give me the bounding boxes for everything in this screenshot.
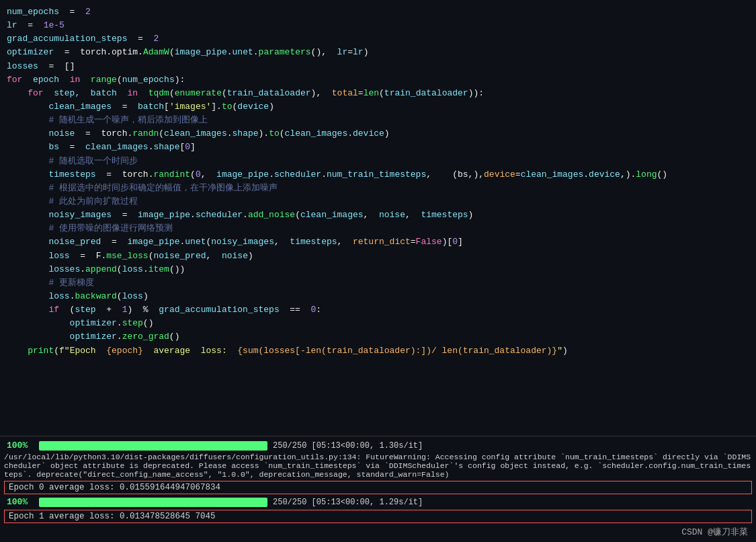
output-area: 100% 250/250 [05:13<00:00, 1.30s/it] /us… — [0, 436, 756, 542]
warning-line: /usr/local/lib/python3.10/dist-packages/… — [0, 452, 756, 479]
code-line: for step, batch in tqdm(enumerate(train_… — [7, 87, 749, 100]
code-line: # 随机选取一个时间步 — [7, 155, 749, 168]
progress-bar-1 — [39, 441, 267, 451]
code-line: losses.append(loss.item()) — [7, 263, 749, 276]
code-line: noise_pred = image_pipe.unet(noisy_image… — [7, 235, 749, 249]
code-line: for epoch in range(num_epochs): — [7, 73, 749, 87]
code-line: optimizer.step() — [7, 317, 749, 330]
code-editor: num_epochs = 2lr = 1e-5grad_accumulation… — [0, 0, 756, 436]
code-line: optimizer = torch.optim.AdamW(image_pipe… — [7, 46, 749, 59]
progress-bar-fill-2 — [39, 498, 267, 507]
code-line: # 更新梯度 — [7, 276, 749, 290]
code-line: loss.backward(loss) — [7, 290, 749, 303]
code-line: lr = 1e-5 — [7, 19, 749, 32]
code-line: # 根据选中的时间步和确定的幅值，在干净图像上添加噪声 — [7, 182, 749, 195]
watermark: CSDN @镰刀非菜 — [681, 526, 748, 538]
code-line: noise = torch.randn(clean_images.shape).… — [7, 127, 749, 141]
epoch0-result: Epoch 0 average loss: 0.0155916449470678… — [4, 481, 752, 494]
progress-pct-1: 100% — [7, 440, 34, 451]
epoch1-result: Epoch 1 average loss: 0.013478528645 704… — [4, 510, 752, 523]
code-line: optimizer.zero_grad() — [7, 330, 749, 344]
code-line: num_epochs = 2 — [7, 5, 749, 19]
code-line: # 随机生成一个噪声，稍后添加到图像上 — [7, 114, 749, 127]
code-line: clean_images = batch['images'].to(device… — [7, 100, 749, 114]
progress-info-1: 250/250 [05:13<00:00, 1.30s/it] — [273, 441, 423, 451]
progress-pct-2: 100% — [7, 497, 34, 507]
progress-row-2: 100% 250/250 [05:13<00:00, 1.29s/it] — [0, 496, 756, 508]
progress-bar-2 — [39, 498, 267, 507]
code-line: bs = clean_images.shape[0] — [7, 141, 749, 154]
progress-row-1: 100% 250/250 [05:13<00:00, 1.30s/it] — [0, 439, 756, 452]
progress-info-2: 250/250 [05:13<00:00, 1.29s/it] — [273, 498, 423, 507]
code-line: if (step + 1) % grad_accumulation_steps … — [7, 303, 749, 317]
code-line: print(f"Epoch {epoch} average loss: {sum… — [7, 344, 749, 358]
bottom-bar: CSDN @镰刀非菜 — [0, 525, 756, 539]
code-line: noisy_images = image_pipe.scheduler.add_… — [7, 208, 749, 222]
main-container: num_epochs = 2lr = 1e-5grad_accumulation… — [0, 0, 756, 542]
code-line: # 此处为前向扩散过程 — [7, 195, 749, 208]
progress-bar-fill-1 — [39, 441, 267, 451]
code-line: # 使用带噪的图像进行网络预测 — [7, 222, 749, 235]
code-line: grad_accumulation_steps = 2 — [7, 32, 749, 46]
code-line: loss = F.mse_loss(noise_pred, noise) — [7, 249, 749, 263]
code-line: losses = [] — [7, 60, 749, 73]
code-line: timesteps = torch.randint(0, image_pipe.… — [7, 168, 749, 182]
